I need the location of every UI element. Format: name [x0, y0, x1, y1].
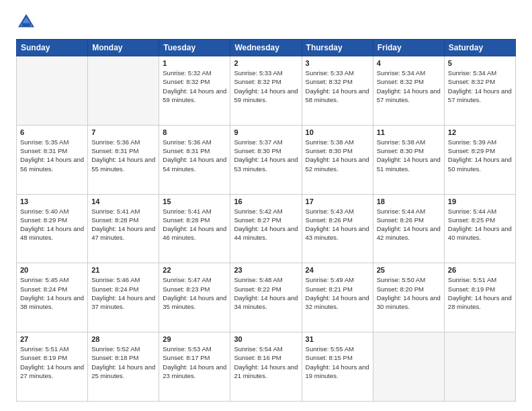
calendar-cell: 25 Sunrise: 5:50 AMSunset: 8:20 PMDaylig… [373, 263, 444, 332]
day-number: 3 [306, 59, 369, 67]
day-number: 17 [306, 197, 369, 205]
cell-details: Sunrise: 5:36 AMSunset: 8:31 PMDaylight:… [91, 138, 155, 173]
day-number: 12 [448, 128, 512, 136]
cell-details: Sunrise: 5:34 AMSunset: 8:32 PMDaylight:… [448, 69, 512, 103]
cell-details: Sunrise: 5:54 AMSunset: 8:16 PMDaylight:… [234, 345, 298, 379]
cell-details: Sunrise: 5:32 AMSunset: 8:32 PMDaylight:… [163, 69, 226, 103]
cell-details: Sunrise: 5:50 AMSunset: 8:20 PMDaylight:… [377, 276, 441, 310]
logo-icon [16, 12, 36, 32]
day-number: 20 [20, 266, 84, 274]
day-number: 2 [234, 59, 298, 67]
day-number: 18 [377, 197, 441, 205]
day-header-wednesday: Wednesday [230, 40, 302, 56]
cell-details: Sunrise: 5:51 AMSunset: 8:19 PMDaylight:… [20, 345, 84, 379]
calendar-cell: 7 Sunrise: 5:36 AMSunset: 8:31 PMDayligh… [88, 125, 159, 194]
day-number: 19 [448, 197, 512, 205]
header [16, 12, 516, 32]
day-header-thursday: Thursday [302, 40, 373, 56]
day-header-saturday: Saturday [444, 40, 515, 56]
day-number: 14 [91, 197, 155, 205]
cell-details: Sunrise: 5:49 AMSunset: 8:21 PMDaylight:… [306, 276, 369, 310]
logo [16, 12, 39, 32]
day-header-monday: Monday [88, 40, 159, 56]
calendar-cell: 6 Sunrise: 5:35 AMSunset: 8:31 PMDayligh… [17, 125, 88, 194]
day-number: 13 [20, 197, 84, 205]
calendar-cell: 29 Sunrise: 5:53 AMSunset: 8:17 PMDaylig… [159, 332, 230, 402]
calendar-cell: 24 Sunrise: 5:49 AMSunset: 8:21 PMDaylig… [302, 263, 373, 332]
cell-details: Sunrise: 5:43 AMSunset: 8:26 PMDaylight:… [306, 208, 369, 242]
cell-details: Sunrise: 5:47 AMSunset: 8:23 PMDaylight:… [163, 276, 226, 310]
calendar-cell: 15 Sunrise: 5:41 AMSunset: 8:28 PMDaylig… [159, 194, 230, 263]
day-number: 6 [20, 128, 84, 136]
cell-details: Sunrise: 5:33 AMSunset: 8:32 PMDaylight:… [306, 69, 369, 103]
cell-details: Sunrise: 5:39 AMSunset: 8:29 PMDaylight:… [448, 138, 512, 173]
calendar-cell: 23 Sunrise: 5:48 AMSunset: 8:22 PMDaylig… [230, 263, 302, 332]
cell-details: Sunrise: 5:45 AMSunset: 8:24 PMDaylight:… [20, 276, 84, 310]
calendar-cell: 10 Sunrise: 5:38 AMSunset: 8:30 PMDaylig… [302, 125, 373, 194]
day-number: 23 [234, 266, 298, 274]
header-row: SundayMondayTuesdayWednesdayThursdayFrid… [17, 40, 516, 56]
cell-details: Sunrise: 5:35 AMSunset: 8:31 PMDaylight:… [20, 138, 84, 173]
calendar-cell: 8 Sunrise: 5:36 AMSunset: 8:31 PMDayligh… [159, 125, 230, 194]
calendar-cell: 14 Sunrise: 5:41 AMSunset: 8:28 PMDaylig… [88, 194, 159, 263]
day-number: 28 [91, 335, 155, 343]
day-number: 22 [163, 266, 226, 274]
calendar-cell [88, 56, 159, 126]
calendar-cell: 28 Sunrise: 5:52 AMSunset: 8:18 PMDaylig… [88, 332, 159, 402]
day-header-tuesday: Tuesday [159, 40, 230, 56]
calendar-cell: 9 Sunrise: 5:37 AMSunset: 8:30 PMDayligh… [230, 125, 302, 194]
calendar-cell: 13 Sunrise: 5:40 AMSunset: 8:29 PMDaylig… [17, 194, 88, 263]
calendar-cell: 17 Sunrise: 5:43 AMSunset: 8:26 PMDaylig… [302, 194, 373, 263]
day-number: 5 [448, 59, 512, 67]
week-row-3: 13 Sunrise: 5:40 AMSunset: 8:29 PMDaylig… [17, 194, 516, 263]
calendar-cell: 1 Sunrise: 5:32 AMSunset: 8:32 PMDayligh… [159, 56, 230, 126]
day-number: 27 [20, 335, 84, 343]
calendar-cell: 30 Sunrise: 5:54 AMSunset: 8:16 PMDaylig… [230, 332, 302, 402]
day-number: 9 [234, 128, 298, 136]
day-number: 8 [163, 128, 226, 136]
cell-details: Sunrise: 5:36 AMSunset: 8:31 PMDaylight:… [163, 138, 226, 173]
cell-details: Sunrise: 5:37 AMSunset: 8:30 PMDaylight:… [234, 138, 298, 173]
day-number: 26 [448, 266, 512, 274]
calendar-cell [444, 332, 515, 402]
calendar-cell: 22 Sunrise: 5:47 AMSunset: 8:23 PMDaylig… [159, 263, 230, 332]
calendar-cell: 18 Sunrise: 5:44 AMSunset: 8:26 PMDaylig… [373, 194, 444, 263]
page: SundayMondayTuesdayWednesdayThursdayFrid… [0, 0, 532, 411]
cell-details: Sunrise: 5:42 AMSunset: 8:27 PMDaylight:… [234, 208, 298, 242]
cell-details: Sunrise: 5:33 AMSunset: 8:32 PMDaylight:… [234, 69, 298, 103]
calendar-cell: 31 Sunrise: 5:55 AMSunset: 8:15 PMDaylig… [302, 332, 373, 402]
day-number: 21 [91, 266, 155, 274]
cell-details: Sunrise: 5:48 AMSunset: 8:22 PMDaylight:… [234, 276, 298, 310]
cell-details: Sunrise: 5:52 AMSunset: 8:18 PMDaylight:… [91, 345, 155, 379]
week-row-2: 6 Sunrise: 5:35 AMSunset: 8:31 PMDayligh… [17, 125, 516, 194]
cell-details: Sunrise: 5:46 AMSunset: 8:24 PMDaylight:… [91, 276, 155, 310]
cell-details: Sunrise: 5:40 AMSunset: 8:29 PMDaylight:… [20, 208, 84, 242]
day-number: 30 [234, 335, 298, 343]
calendar-cell: 16 Sunrise: 5:42 AMSunset: 8:27 PMDaylig… [230, 194, 302, 263]
week-row-1: 1 Sunrise: 5:32 AMSunset: 8:32 PMDayligh… [17, 56, 516, 126]
day-number: 31 [306, 335, 369, 343]
cell-details: Sunrise: 5:41 AMSunset: 8:28 PMDaylight:… [91, 208, 155, 242]
cell-details: Sunrise: 5:44 AMSunset: 8:25 PMDaylight:… [448, 208, 512, 242]
calendar-cell: 5 Sunrise: 5:34 AMSunset: 8:32 PMDayligh… [444, 56, 515, 126]
day-number: 29 [163, 335, 226, 343]
svg-rect-2 [22, 24, 30, 27]
calendar-cell: 21 Sunrise: 5:46 AMSunset: 8:24 PMDaylig… [88, 263, 159, 332]
calendar-cell [17, 56, 88, 126]
calendar-cell: 11 Sunrise: 5:38 AMSunset: 8:30 PMDaylig… [373, 125, 444, 194]
calendar-cell: 3 Sunrise: 5:33 AMSunset: 8:32 PMDayligh… [302, 56, 373, 126]
day-header-sunday: Sunday [17, 40, 88, 56]
week-row-5: 27 Sunrise: 5:51 AMSunset: 8:19 PMDaylig… [17, 332, 516, 402]
calendar-cell: 26 Sunrise: 5:51 AMSunset: 8:19 PMDaylig… [444, 263, 515, 332]
cell-details: Sunrise: 5:51 AMSunset: 8:19 PMDaylight:… [448, 276, 512, 310]
day-header-friday: Friday [373, 40, 444, 56]
calendar-table: SundayMondayTuesdayWednesdayThursdayFrid… [16, 39, 516, 402]
week-row-4: 20 Sunrise: 5:45 AMSunset: 8:24 PMDaylig… [17, 263, 516, 332]
day-number: 10 [306, 128, 369, 136]
day-number: 25 [377, 266, 441, 274]
day-number: 16 [234, 197, 298, 205]
day-number: 7 [91, 128, 155, 136]
day-number: 24 [306, 266, 369, 274]
calendar-cell: 4 Sunrise: 5:34 AMSunset: 8:32 PMDayligh… [373, 56, 444, 126]
calendar-cell [373, 332, 444, 402]
